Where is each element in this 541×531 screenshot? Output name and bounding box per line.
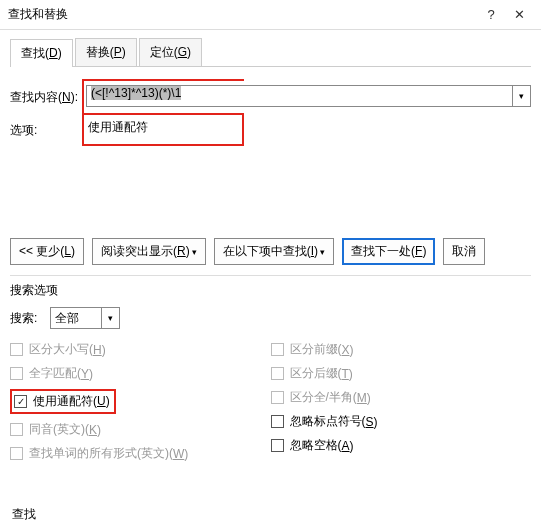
tab-replace[interactable]: 替换(P)	[75, 38, 137, 66]
options-value: 使用通配符	[84, 117, 242, 138]
options-row: 选项: 使用通配符	[10, 115, 531, 146]
check-suffix: 区分后缀(T)	[271, 365, 532, 382]
checkbox-icon[interactable]	[271, 415, 284, 428]
checkbox-icon	[271, 391, 284, 404]
checkbox-icon	[10, 367, 23, 380]
options-label: 选项:	[10, 122, 82, 139]
checkbox-icon[interactable]	[14, 395, 27, 408]
find-row: 查找内容(N): (<[!^13]*^13)(*)\1 ▾	[10, 79, 531, 115]
help-button[interactable]: ?	[477, 7, 505, 22]
search-direction-select[interactable]: 全部	[50, 307, 102, 329]
find-label: 查找内容(N):	[10, 89, 82, 106]
find-input-ext[interactable]	[244, 85, 513, 107]
reading-highlight-button[interactable]: 阅读突出显示(R)▾	[92, 238, 206, 265]
search-direction-row: 搜索: 全部 ▾	[10, 307, 531, 329]
check-ignore-punct[interactable]: 忽略标点符号(S)	[271, 413, 532, 430]
highlight-annotation-2: 使用通配符	[82, 115, 244, 146]
search-options-title: 搜索选项	[10, 282, 531, 299]
checkbox-icon	[271, 367, 284, 380]
check-word-forms: 查找单词的所有形式(英文)(W)	[10, 445, 271, 462]
tab-find[interactable]: 查找(D)	[10, 39, 73, 67]
check-wildcards-row: 使用通配符(U)	[10, 389, 271, 414]
find-input[interactable]: (<[!^13]*^13)(*)\1	[86, 85, 244, 107]
checkbox-icon	[10, 343, 23, 356]
check-ignore-space[interactable]: 忽略空格(A)	[271, 437, 532, 454]
check-fullhalf: 区分全/半角(M)	[271, 389, 532, 406]
chevron-down-icon: ▾	[320, 247, 325, 257]
divider	[10, 275, 531, 276]
search-direction-label: 搜索:	[10, 310, 50, 327]
tab-goto[interactable]: 定位(G)	[139, 38, 202, 66]
close-button[interactable]: ✕	[505, 7, 533, 22]
checkbox-icon	[271, 343, 284, 356]
dialog-body: 查找(D) 替换(P) 定位(G) 查找内容(N): (<[!^13]*^13)…	[0, 30, 541, 477]
cancel-button[interactable]: 取消	[443, 238, 485, 265]
highlight-annotation-3: 使用通配符(U)	[10, 389, 116, 414]
checkbox-icon	[10, 447, 23, 460]
dialog-title: 查找和替换	[8, 6, 477, 23]
chevron-down-icon[interactable]: ▾	[102, 307, 120, 329]
check-sounds-like: 同音(英文)(K)	[10, 421, 271, 438]
check-col-left: 区分大小写(H) 全字匹配(Y) 使用通配符(U) 同音(英文)(K) 查找单词…	[10, 341, 271, 469]
checkbox-icon	[10, 423, 23, 436]
less-button[interactable]: << 更少(L)	[10, 238, 84, 265]
footer-section-label: 查找	[12, 506, 36, 523]
titlebar: 查找和替换 ? ✕	[0, 0, 541, 30]
check-wildcards[interactable]: 使用通配符(U)	[33, 393, 110, 410]
checkbox-grid: 区分大小写(H) 全字匹配(Y) 使用通配符(U) 同音(英文)(K) 查找单词…	[10, 341, 531, 469]
check-whole-word: 全字匹配(Y)	[10, 365, 271, 382]
button-row: << 更少(L) 阅读突出显示(R)▾ 在以下项中查找(I)▾ 查找下一处(F)…	[10, 238, 531, 265]
tab-strip: 查找(D) 替换(P) 定位(G)	[10, 38, 531, 67]
check-match-case: 区分大小写(H)	[10, 341, 271, 358]
find-next-button[interactable]: 查找下一处(F)	[342, 238, 435, 265]
check-prefix: 区分前缀(X)	[271, 341, 532, 358]
highlight-annotation: (<[!^13]*^13)(*)\1	[82, 79, 244, 115]
checkbox-icon[interactable]	[271, 439, 284, 452]
check-col-right: 区分前缀(X) 区分后缀(T) 区分全/半角(M) 忽略标点符号(S) 忽略空格…	[271, 341, 532, 469]
chevron-down-icon: ▾	[192, 247, 197, 257]
find-in-button[interactable]: 在以下项中查找(I)▾	[214, 238, 334, 265]
find-dropdown[interactable]: ▾	[513, 85, 531, 107]
